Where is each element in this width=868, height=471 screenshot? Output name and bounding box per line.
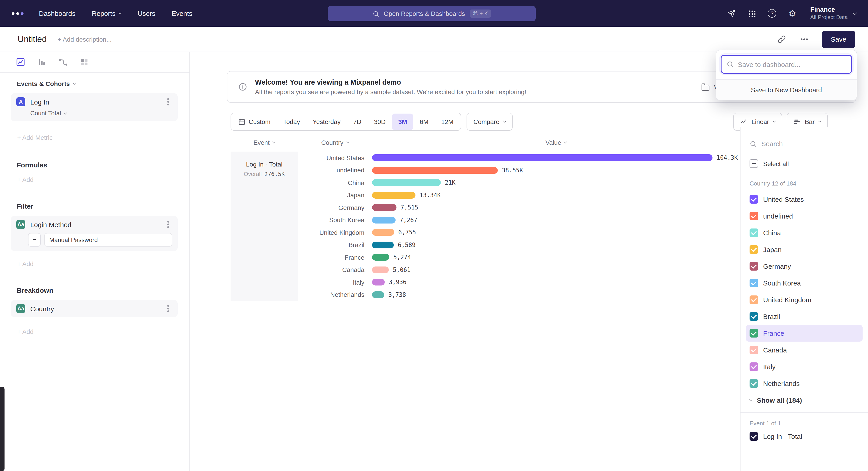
add-breakdown-button[interactable]: + Add: [17, 328, 189, 335]
country-checkbox-row[interactable]: China: [746, 225, 863, 241]
apps-grid-icon[interactable]: [748, 9, 756, 17]
country-checkbox[interactable]: [749, 346, 758, 354]
country-checkbox-row[interactable]: undefined: [746, 208, 863, 225]
nav-item-users[interactable]: Users: [138, 9, 155, 17]
country-checkbox[interactable]: [749, 212, 758, 220]
value-bar[interactable]: [372, 204, 397, 211]
value-bar[interactable]: [372, 242, 394, 248]
country-checkbox[interactable]: [749, 379, 758, 388]
event-checkbox-row[interactable]: Log In - Total: [749, 432, 859, 441]
nav-item-reports[interactable]: Reports: [92, 9, 121, 17]
column-header-country[interactable]: Country: [298, 139, 372, 146]
select-all-checkbox[interactable]: [749, 159, 758, 168]
breakdown-section-title: Breakdown: [17, 286, 189, 294]
country-checkbox[interactable]: [749, 295, 758, 304]
country-checkbox[interactable]: [749, 279, 758, 287]
global-search-button[interactable]: Open Reports & Dashboards ⌘ + K: [328, 6, 536, 21]
breakdown-card-country[interactable]: Aa Country: [11, 300, 178, 317]
category-label: Germany: [298, 204, 372, 211]
filter-more-icon[interactable]: [164, 220, 172, 229]
mixpanel-logo-icon[interactable]: [12, 12, 24, 15]
add-description-field[interactable]: + Add description...: [58, 35, 112, 43]
chevron-down-icon: [272, 140, 276, 143]
country-checkbox-row[interactable]: United States: [746, 191, 863, 208]
nav-item-events[interactable]: Events: [172, 9, 192, 17]
value-bar[interactable]: [372, 279, 385, 286]
country-checkbox[interactable]: [749, 312, 758, 321]
add-metric-button[interactable]: + Add Metric: [17, 134, 189, 141]
column-header-event[interactable]: Event: [230, 139, 298, 146]
project-scope: All Project Data: [810, 14, 848, 21]
save-button[interactable]: Save: [822, 31, 855, 48]
insights-tab-icon[interactable]: [16, 57, 25, 67]
value-bar[interactable]: [372, 192, 415, 199]
save-to-new-dashboard-option[interactable]: Save to New Dashboard: [716, 79, 857, 100]
filter-value-field[interactable]: Manual Password: [44, 233, 172, 246]
metric-more-icon[interactable]: [164, 98, 172, 106]
global-search-placeholder: Open Reports & Dashboards: [384, 10, 465, 17]
filter-operator-dropdown[interactable]: =: [28, 233, 41, 246]
share-icon[interactable]: [727, 9, 736, 18]
country-checkbox-row[interactable]: Canada: [746, 342, 863, 358]
country-section-label: Country 12 of 184: [749, 180, 859, 187]
country-checkbox-row[interactable]: Italy: [746, 358, 863, 375]
chevron-down-icon: [852, 10, 857, 15]
category-label: France: [298, 254, 372, 261]
country-checkbox-row[interactable]: Japan: [746, 241, 863, 258]
chart-row: United States 104.3K: [298, 152, 738, 164]
dashboard-search-input[interactable]: [738, 60, 846, 68]
aggregation-dropdown[interactable]: Count Total: [30, 110, 172, 117]
settings-gear-icon[interactable]: ⚙: [789, 9, 796, 18]
country-checkbox-row[interactable]: Netherlands: [746, 375, 863, 392]
value-label: 3,738: [388, 291, 406, 298]
app-window: Dashboards Reports Users Events Open Rep…: [0, 0, 868, 471]
events-cohorts-section-title[interactable]: Events & Cohorts: [17, 80, 189, 87]
country-checkbox[interactable]: [749, 195, 758, 204]
project-switcher[interactable]: Finance All Project Data: [810, 6, 856, 21]
more-options-icon[interactable]: [799, 34, 809, 44]
column-header-value[interactable]: Value: [372, 139, 740, 146]
category-label: Italy: [298, 279, 372, 286]
breakdown-more-icon[interactable]: [164, 304, 172, 313]
report-title[interactable]: Untitled: [18, 34, 47, 44]
value-label: 38.55K: [502, 167, 523, 174]
country-checkbox[interactable]: [749, 329, 758, 337]
value-bar[interactable]: [372, 154, 712, 161]
add-formula-button[interactable]: + Add: [17, 176, 189, 183]
country-checkbox[interactable]: [749, 362, 758, 371]
show-all-button[interactable]: Show all (184): [749, 396, 859, 404]
help-icon[interactable]: ?: [768, 9, 776, 18]
banner-subtitle: All the reports you see are powered by a…: [255, 88, 526, 95]
country-checkbox-row[interactable]: South Korea: [746, 275, 863, 291]
country-checkbox[interactable]: [749, 229, 758, 237]
country-checkbox-row[interactable]: France: [746, 325, 863, 342]
nav-item-dashboards[interactable]: Dashboards: [39, 9, 75, 17]
country-checkbox-row[interactable]: Germany: [746, 258, 863, 275]
value-bar[interactable]: [372, 179, 441, 186]
flows-tab-icon[interactable]: [58, 57, 68, 67]
select-all-row[interactable]: Select all: [749, 159, 859, 168]
country-checkbox[interactable]: [749, 245, 758, 254]
retention-tab-icon[interactable]: [80, 57, 89, 67]
value-bar[interactable]: [372, 229, 394, 236]
value-bar[interactable]: [372, 291, 384, 298]
panel-search-input[interactable]: [761, 140, 859, 147]
panel-collapse-handle[interactable]: [0, 387, 4, 471]
chevron-down-icon: [346, 140, 349, 143]
country-checkbox-row[interactable]: United Kingdom: [746, 291, 863, 308]
country-checkbox[interactable]: [749, 262, 758, 271]
add-filter-button[interactable]: + Add: [17, 260, 189, 267]
value-bar[interactable]: [372, 266, 389, 273]
funnels-tab-icon[interactable]: [37, 57, 46, 67]
filter-card-login-method[interactable]: Aa Login Method = Manual Password: [11, 216, 178, 251]
value-bar[interactable]: [372, 254, 389, 261]
chevron-down-icon: [564, 140, 567, 143]
country-checkbox-row[interactable]: Brazil: [746, 308, 863, 325]
metric-card-log-in[interactable]: A Log In Count Total: [11, 93, 178, 121]
value-bar[interactable]: [372, 167, 498, 174]
property-badge: Aa: [16, 304, 25, 313]
value-bar[interactable]: [372, 217, 396, 224]
event-checkbox[interactable]: [749, 432, 758, 441]
copy-link-icon[interactable]: [777, 34, 786, 44]
series-summary-cell[interactable]: Log In - Total Overall276.5K: [230, 152, 298, 301]
